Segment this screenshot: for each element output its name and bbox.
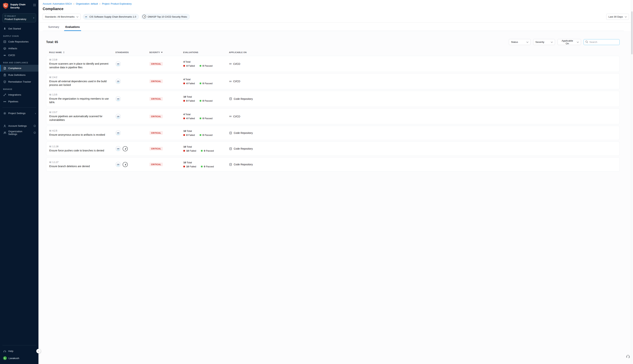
sidebar-item-artifacts[interactable]: Artifacts bbox=[0, 45, 38, 52]
rule-name: Ensure all external dependencies used in… bbox=[49, 80, 112, 87]
sidebar-item-code-repositories[interactable]: Code Repositories bbox=[0, 38, 38, 45]
scrollbar bbox=[631, 0, 633, 364]
scrollbar-thumb[interactable] bbox=[631, 11, 633, 54]
table-row[interactable]: Id: 1.3.5 Ensure the organization is req… bbox=[46, 91, 620, 107]
rule-name: Ensure scanners are in place to identify… bbox=[49, 62, 112, 70]
failed-indicator bbox=[183, 134, 185, 136]
sidebar: Supply Chain Security PROJECT bbox=[0, 0, 38, 364]
eval-passed-label: Passed bbox=[204, 100, 212, 102]
people-icon bbox=[3, 131, 6, 134]
tab-summary[interactable]: Summary bbox=[48, 24, 60, 31]
sidebar-item-pipelines[interactable]: Pipelines bbox=[0, 98, 38, 105]
severity-filter-dropdown[interactable]: Severity bbox=[533, 39, 555, 45]
breadcrumb-organization-link[interactable]: Organization: default bbox=[76, 2, 98, 5]
table-row[interactable]: Id: 1.1.17 Ensure branch deletions are d… bbox=[46, 157, 620, 172]
infinity-icon: ∞ bbox=[3, 54, 6, 57]
applicable-on-label: Code Repository bbox=[234, 132, 253, 134]
sidebar-item-help[interactable]: Help bbox=[0, 348, 38, 354]
eval-passed-count: 0 bbox=[202, 117, 204, 120]
status-filter-value: Status bbox=[511, 41, 518, 44]
total-count: Total: 65 bbox=[46, 40, 58, 44]
failed-indicator bbox=[183, 82, 185, 84]
table-row[interactable]: Id: 2.3.8 Ensure scanners are in place t… bbox=[46, 56, 620, 72]
sidebar-item-cicd[interactable]: ∞ CI/CD bbox=[0, 52, 38, 58]
eval-passed-label: Passed bbox=[206, 165, 214, 168]
eval-total-count: 4 bbox=[183, 113, 185, 116]
table-row[interactable]: Id: 1.1.16 Ensure force pushes code to b… bbox=[46, 142, 620, 156]
benchmark-chip-owasp[interactable]: OWASP Top 10 CI/CD Security Risks bbox=[141, 14, 190, 20]
project-eyebrow-label: PROJECT bbox=[7, 15, 16, 17]
sort-desc-icon[interactable] bbox=[161, 52, 163, 53]
rule-id: Id: 2.4.2 bbox=[49, 76, 116, 78]
search-input[interactable] bbox=[590, 41, 618, 44]
cis-logo-icon: CIS bbox=[116, 96, 121, 102]
app-window: Supply Chain Security PROJECT bbox=[0, 0, 633, 364]
chevron-down-icon bbox=[526, 42, 528, 43]
section-label-supply-chain: SUPPLY CHAIN bbox=[3, 35, 38, 37]
sidebar-collapse-button[interactable]: ‹ bbox=[36, 349, 41, 354]
support-chat-button[interactable] bbox=[626, 354, 630, 359]
applicable-on-filter-dropdown[interactable]: Applicable On bbox=[558, 39, 581, 45]
standards-dropdown[interactable]: Standards: All Benchmarks bbox=[43, 14, 80, 20]
sidebar-item-rule-definitions[interactable]: Rule Definitions bbox=[0, 72, 38, 78]
cis-logo-icon: CIS bbox=[116, 61, 121, 66]
sidebar-item-project-settings[interactable]: Project Settings › bbox=[0, 110, 38, 117]
eval-failed-label: Failed bbox=[188, 82, 195, 85]
svg-text:CIS: CIS bbox=[117, 132, 120, 134]
date-range-dropdown[interactable]: Last 30 Days bbox=[606, 14, 629, 20]
eval-total-label: Total bbox=[187, 161, 192, 164]
rule-name: Ensure the organization is requiring mem… bbox=[49, 97, 112, 104]
passed-indicator bbox=[200, 134, 201, 136]
cis-logo-icon: CIS bbox=[116, 79, 121, 84]
cis-logo-icon: CIS bbox=[116, 146, 121, 151]
sidebar-item-get-started[interactable]: Get Started bbox=[0, 25, 38, 32]
svg-text:CIS: CIS bbox=[117, 116, 120, 117]
failed-indicator bbox=[183, 150, 185, 152]
sidebar-item-remediation-tracker[interactable]: Remediation Tracker bbox=[0, 78, 38, 85]
owasp-logo-icon bbox=[122, 162, 128, 167]
status-filter-dropdown[interactable]: Status bbox=[509, 39, 530, 45]
passed-indicator bbox=[200, 118, 201, 119]
applicable-on-label: Code Repository bbox=[234, 147, 253, 150]
eval-failed-count: 4 bbox=[186, 64, 188, 67]
sort-icon[interactable] bbox=[63, 51, 65, 54]
brand-name-line2: Security bbox=[10, 6, 26, 9]
breadcrumb-account-link[interactable]: Account: Automation-SSCA bbox=[43, 2, 72, 5]
eval-failed-label: Failed bbox=[188, 117, 195, 120]
table-row[interactable]: Id: 4.2.5 Ensure anonymous access to art… bbox=[46, 126, 620, 140]
eval-failed-count: 0 bbox=[186, 100, 188, 102]
sidebar-item-organization-settings[interactable]: Organization Settings bbox=[0, 129, 38, 136]
user-menu[interactable]: L Lavakush bbox=[0, 354, 38, 362]
search-box bbox=[584, 39, 620, 45]
eval-total-label: Total bbox=[185, 78, 191, 81]
sidebar-item-account-settings[interactable]: Account Settings bbox=[0, 122, 38, 129]
sidebar-item-integrations[interactable]: Integrations bbox=[0, 91, 38, 98]
tab-evaluations[interactable]: Evaluations bbox=[65, 24, 80, 31]
project-selector[interactable]: PROJECT Product Exploratory › bbox=[2, 13, 36, 22]
passed-indicator bbox=[200, 82, 201, 84]
breadcrumb-project-link[interactable]: Project: Product Exploratory bbox=[102, 2, 132, 5]
svg-text:CIS: CIS bbox=[117, 63, 120, 65]
chevron-down-icon bbox=[76, 16, 78, 18]
cis-logo-icon: CIS bbox=[116, 114, 121, 119]
toolbar: Total: 65 Status Severity bbox=[46, 39, 620, 45]
brand: Supply Chain Security bbox=[0, 0, 38, 12]
failed-indicator bbox=[183, 65, 185, 67]
module-grid-icon[interactable] bbox=[33, 4, 36, 6]
breadcrumb: Account: Automation-SSCA › Organization:… bbox=[43, 2, 629, 5]
eval-passed-count: 0 bbox=[204, 150, 205, 152]
table-row[interactable]: Id: 2.3.7 Ensure pipelines are automatic… bbox=[46, 108, 620, 124]
sidebar-divider bbox=[2, 107, 36, 108]
severity-badge: CRITICAL bbox=[150, 131, 163, 135]
breadcrumb-separator: › bbox=[74, 2, 74, 5]
sidebar-item-compliance[interactable]: Compliance bbox=[0, 65, 38, 72]
user-name: Lavakush bbox=[8, 357, 19, 360]
info-icon bbox=[34, 132, 36, 134]
rule-id: Id: 4.2.5 bbox=[49, 130, 116, 132]
benchmark-chip-cis[interactable]: CIS CIS Software Supply Chain Benchmarks… bbox=[83, 14, 139, 20]
table-row[interactable]: Id: 2.4.2 Ensure all external dependenci… bbox=[46, 74, 620, 90]
passed-indicator bbox=[201, 150, 202, 152]
svg-text:CIS: CIS bbox=[117, 164, 120, 165]
eval-total-count: 10 bbox=[183, 146, 186, 148]
headset-icon bbox=[3, 350, 6, 353]
